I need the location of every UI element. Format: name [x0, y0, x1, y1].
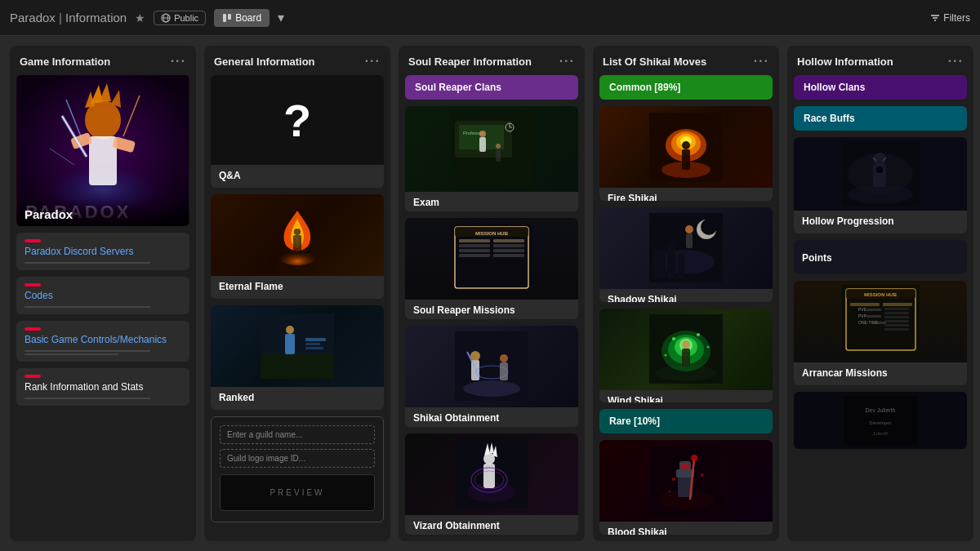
codes-link-card[interactable]: Codes	[16, 277, 189, 314]
arrancar-missions-card[interactable]: MISSION HUB PVE PVP ONE-TIME	[794, 281, 967, 385]
dark-hollow-img: Dev Julierth Developer Julierth	[794, 392, 967, 449]
column-body-soul-reaper: Soul Reaper Clans Professor	[399, 75, 585, 541]
arrancar-missions-img: MISSION HUB PVE PVP ONE-TIME	[794, 281, 967, 362]
svg-rect-136	[884, 312, 909, 314]
svg-rect-132	[866, 309, 881, 311]
points-card[interactable]: Points	[794, 240, 967, 274]
svg-rect-134	[875, 322, 886, 324]
shikai-obtainment-img	[405, 326, 578, 407]
link-lines	[24, 262, 181, 264]
column-body-hollow-info: Hollow Clans Race Buffs	[787, 75, 973, 541]
svg-text:PVE: PVE	[858, 307, 867, 312]
svg-point-81	[682, 141, 690, 149]
link-line	[24, 262, 150, 264]
ranked-img	[211, 305, 384, 387]
common-badge-card[interactable]: Common [89%]	[599, 75, 773, 100]
svg-point-98	[697, 333, 700, 336]
board-icon	[222, 13, 232, 23]
ranked-artwork	[261, 313, 334, 379]
vizard-obtainment-img	[405, 433, 578, 515]
guild-card[interactable]: Enter a guild name... Guild logo image I…	[211, 416, 384, 522]
eternal-flame-card[interactable]: Eternal Flame	[211, 194, 384, 299]
guild-logo-input[interactable]: Guild logo image ID...	[220, 449, 375, 468]
chevron-down-icon[interactable]: ▾	[278, 10, 284, 25]
svg-rect-29	[285, 334, 295, 354]
column-menu-dots[interactable]: ···	[171, 54, 186, 69]
column-menu-dots[interactable]: ···	[754, 54, 769, 69]
shikai-obtainment-card[interactable]: Shikai Obtainment	[405, 326, 578, 427]
filters-button[interactable]: Filters	[930, 12, 970, 24]
wind-shikai-img	[599, 309, 773, 390]
link-dot	[24, 283, 41, 287]
exam-card[interactable]: Professor Exam	[405, 106, 578, 211]
codes-link-text[interactable]: Codes	[24, 290, 181, 301]
svg-rect-38	[479, 137, 486, 152]
rank-link-card[interactable]: Rank Information and Stats	[16, 368, 189, 406]
column-body-game-info: PARADOX Paradox Paradox Discord Servers …	[10, 75, 196, 541]
column-general-info: General Information ··· ? Q&A	[204, 46, 390, 541]
blood-shikai-card[interactable]: Blood Shikai	[599, 440, 773, 535]
shadow-shikai-card[interactable]: Shadow Shikai	[599, 207, 773, 302]
hollow-clans-card[interactable]: Hollow Clans	[794, 75, 967, 100]
discord-link-card[interactable]: Paradox Discord Servers	[16, 233, 189, 270]
svg-rect-3	[223, 14, 226, 22]
column-menu-dots[interactable]: ···	[365, 54, 381, 69]
app-title: Paradox | Information	[10, 11, 127, 24]
svg-text:Dev Julierth: Dev Julierth	[866, 407, 896, 413]
vizard-obtainment-label: Vizard Obtainment	[405, 515, 578, 535]
discord-link-text[interactable]: Paradox Discord Servers	[24, 246, 181, 257]
svg-rect-52	[493, 244, 524, 247]
qa-card[interactable]: ? Q&A	[211, 75, 384, 188]
svg-point-112	[701, 473, 704, 477]
public-badge[interactable]: Public	[154, 11, 206, 25]
ranked-card[interactable]: Ranked	[211, 305, 384, 410]
svg-point-83	[657, 250, 715, 274]
star-icon[interactable]: ★	[135, 11, 145, 24]
svg-rect-53	[459, 249, 490, 252]
svg-rect-128	[883, 303, 912, 306]
hollow-progression-card[interactable]: Hollow Progression	[794, 137, 967, 233]
svg-rect-86	[678, 254, 684, 278]
svg-rect-140	[884, 328, 909, 331]
link-lines	[24, 398, 181, 399]
svg-rect-28	[261, 354, 334, 379]
points-content: Points	[794, 240, 967, 274]
wind-shikai-card[interactable]: Wind Shikai	[599, 309, 773, 403]
blood-shikai-img	[599, 440, 773, 522]
shikai-obtainment-art	[455, 331, 528, 401]
arrancar-missions-art: MISSION HUB PVE PVP ONE-TIME	[842, 285, 920, 354]
dark-hollow-card[interactable]: Dev Julierth Developer Julierth	[794, 392, 967, 449]
svg-rect-138	[884, 320, 909, 322]
column-menu-dots[interactable]: ···	[559, 54, 575, 69]
globe-icon	[161, 13, 171, 23]
svg-rect-85	[667, 242, 675, 278]
fire-shikai-card[interactable]: Fire Shikai	[599, 106, 773, 201]
wind-shikai-label: Wind Shikai	[599, 390, 773, 403]
svg-point-113	[669, 490, 671, 492]
board: Game Information ···	[0, 36, 980, 551]
svg-rect-56	[493, 254, 524, 257]
soul-reaper-missions-card[interactable]: MISSION HUB Soul Reaper Missions	[405, 218, 578, 319]
guild-preview-label: PREVIEW	[270, 488, 324, 497]
qa-label: Q&A	[211, 165, 384, 188]
column-menu-dots[interactable]: ···	[948, 54, 964, 69]
svg-point-26	[294, 229, 301, 235]
rare-badge-card[interactable]: Rare [10%]	[599, 409, 773, 433]
board-button[interactable]: Board	[214, 9, 270, 27]
controls-link-card[interactable]: Basic Game Controls/Mechanics	[16, 321, 189, 362]
soul-reaper-clans-card[interactable]: Soul Reaper Clans	[405, 75, 578, 100]
paradox-hero-card[interactable]: PARADOX Paradox	[16, 75, 189, 226]
vizard-obtainment-card[interactable]: Vizard Obtainment	[405, 433, 578, 535]
svg-rect-50	[493, 239, 524, 242]
arrancar-missions-label: Arrancar Missions	[794, 362, 967, 385]
svg-rect-31	[305, 338, 326, 341]
hollow-prog-art	[842, 141, 920, 207]
controls-link-text[interactable]: Basic Game Controls/Mechanics	[24, 334, 181, 345]
svg-rect-133	[866, 315, 881, 318]
guild-name-input[interactable]: Enter a guild name...	[220, 425, 375, 444]
race-buffs-card[interactable]: Race Buffs	[794, 106, 967, 131]
eternal-flame-label: Eternal Flame	[211, 276, 384, 299]
rank-link-text[interactable]: Rank Information and Stats	[24, 381, 181, 393]
column-soul-reaper-info: Soul Reaper Information ··· Soul Reaper …	[399, 46, 585, 541]
svg-point-100	[707, 346, 710, 349]
